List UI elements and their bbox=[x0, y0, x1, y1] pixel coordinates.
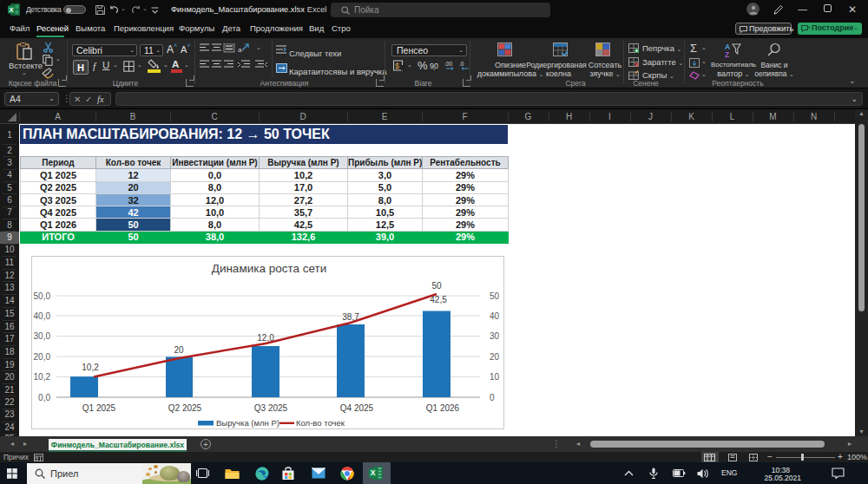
svg-text:50,0: 50,0 bbox=[34, 291, 51, 301]
svg-text:Z: Z bbox=[725, 50, 729, 58]
svg-text:Q1 2025: Q1 2025 bbox=[82, 403, 116, 413]
svg-text:X: X bbox=[9, 6, 13, 14]
svg-text:Q4 2025: Q4 2025 bbox=[340, 403, 374, 413]
svg-text:a: a bbox=[238, 46, 242, 54]
svg-text:,: , bbox=[401, 65, 403, 72]
svg-text:.00: .00 bbox=[444, 61, 452, 67]
svg-text:42,5: 42,5 bbox=[430, 295, 447, 304]
svg-text:10,2: 10,2 bbox=[82, 363, 99, 372]
svg-text:40: 40 bbox=[490, 311, 500, 321]
svg-text:30,0: 30,0 bbox=[34, 331, 51, 341]
svg-text:Q3 2025: Q3 2025 bbox=[254, 403, 288, 413]
svg-text:38,7: 38,7 bbox=[342, 312, 359, 322]
svg-text:Динамика роста сети: Динамика роста сети bbox=[212, 262, 327, 275]
svg-text:50: 50 bbox=[490, 291, 500, 301]
svg-text:12,0: 12,0 bbox=[257, 333, 274, 343]
svg-text:.0: .0 bbox=[459, 61, 464, 67]
svg-text:10,2: 10,2 bbox=[34, 372, 51, 382]
svg-text:X: X bbox=[371, 468, 376, 477]
svg-text:0: 0 bbox=[490, 393, 495, 402]
svg-text:Q2 2025: Q2 2025 bbox=[168, 403, 202, 413]
svg-text:Выручка (млн Р): Выручка (млн Р) bbox=[216, 418, 279, 428]
svg-text:20: 20 bbox=[174, 345, 184, 355]
svg-text:10: 10 bbox=[490, 372, 500, 382]
svg-text:0,0: 0,0 bbox=[38, 393, 50, 402]
svg-text:20,0: 20,0 bbox=[34, 352, 51, 362]
svg-text:50: 50 bbox=[431, 281, 442, 291]
svg-text:$: $ bbox=[395, 62, 399, 70]
svg-text:20: 20 bbox=[490, 352, 500, 362]
svg-text:Q1 2026: Q1 2026 bbox=[426, 403, 460, 413]
svg-text:Кол-во точек: Кол-во точек bbox=[296, 418, 345, 428]
svg-text:30: 30 bbox=[490, 331, 500, 341]
svg-text:40,0: 40,0 bbox=[34, 311, 51, 321]
